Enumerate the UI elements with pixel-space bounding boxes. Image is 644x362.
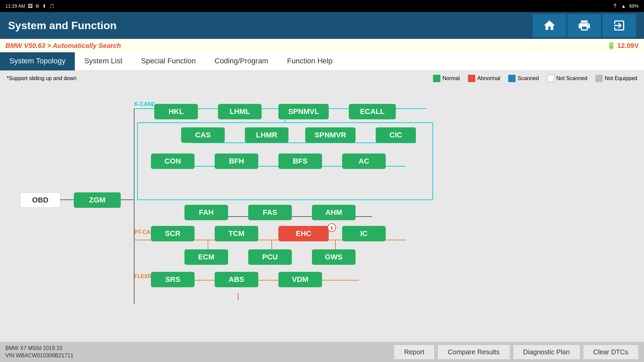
node-ecm[interactable]: ECM (184, 249, 228, 265)
node-ac[interactable]: AC (342, 154, 386, 169)
not-equipped-label: Not Equipped (605, 75, 637, 81)
node-hkl[interactable]: HKL (154, 104, 198, 119)
home-button[interactable] (533, 14, 566, 37)
node-lhmr[interactable]: LHMR (245, 127, 288, 143)
bottom-buttons: Report Compare Results Diagnostic Plan C… (394, 345, 639, 360)
time: 11:29 AM (5, 3, 25, 9)
wifi-icon: ▲ (621, 3, 626, 9)
voltage-value: 12.09V (618, 42, 639, 50)
node-lhml[interactable]: LHML (218, 104, 262, 119)
legend-normal: Normal (433, 75, 460, 82)
location-icon: 📍 (612, 3, 618, 9)
battery: 69% (629, 3, 639, 9)
node-fas[interactable]: FAS (248, 205, 292, 220)
tab-list[interactable]: System List (75, 52, 132, 70)
node-ahm[interactable]: AHM (312, 205, 356, 220)
legend-not-equipped: Not Equipped (595, 75, 637, 82)
not-scanned-label: Not Scanned (556, 75, 588, 81)
node-cas[interactable]: CAS (181, 127, 225, 143)
node-obd[interactable]: OBD (20, 192, 60, 208)
bottom-bar: BMW X7 M50d 2019.10 VIN WBACW010309B2171… (0, 342, 644, 362)
legend-items: Normal Abnormal Scanned Not Scanned Not … (433, 75, 637, 82)
normal-dot (433, 75, 440, 82)
battery-icon: 🔋 (607, 42, 615, 50)
status-left: 11:29 AM 🖼 ⚙ ⬆ 🎵 (5, 3, 55, 9)
settings-icon: ⚙ (35, 3, 40, 9)
header-buttons (533, 14, 636, 37)
node-bfh[interactable]: BFH (215, 154, 258, 169)
device-info: BMW X7 M50d 2019.10 VIN WBACW010309B2171… (5, 345, 73, 360)
node-cic[interactable]: CIC (376, 127, 416, 143)
node-tcm[interactable]: TCM (215, 226, 258, 241)
status-right: 📍 ▲ 69% (612, 3, 639, 9)
tab-topology[interactable]: System Topology (0, 52, 75, 70)
node-con[interactable]: CON (151, 154, 195, 169)
diagnostic-plan-button[interactable]: Diagnostic Plan (513, 345, 580, 360)
normal-label: Normal (442, 75, 460, 81)
clear-dtcs-button[interactable]: Clear DTCs (583, 345, 639, 360)
node-scr[interactable]: SCR (151, 226, 195, 241)
node-ehc[interactable]: EHC (278, 226, 329, 241)
report-button[interactable]: Report (394, 345, 435, 360)
compare-results-button[interactable]: Compare Results (437, 345, 510, 360)
legend-abnormal: Abnormal (468, 75, 500, 82)
breadcrumb-bar: BMW V50.63 > Automatically Search 🔋 12.0… (0, 39, 644, 52)
header-title: System and Function (8, 19, 117, 32)
main-content: K-CAN2 PT-CAN2 FLEXRAY HKL LHML SPNMVL E… (0, 86, 644, 342)
ehc-badge: 1 (327, 223, 336, 232)
header: System and Function (0, 12, 644, 39)
tab-help[interactable]: Function Help (278, 52, 342, 70)
node-ecall[interactable]: ECALL (349, 104, 396, 119)
node-spnmvr[interactable]: SPNMVR (305, 127, 356, 143)
legend-scanned: Scanned (508, 75, 539, 82)
status-bar: 11:29 AM 🖼 ⚙ ⬆ 🎵 📍 ▲ 69% (0, 0, 644, 12)
node-abs[interactable]: ABS (215, 272, 258, 287)
node-srs[interactable]: SRS (151, 272, 195, 287)
node-bfs[interactable]: BFS (278, 154, 322, 169)
node-spnmvl[interactable]: SPNMVL (278, 104, 329, 119)
support-text: *Support sliding up and down (7, 75, 76, 81)
scanned-dot (508, 75, 516, 82)
tab-bar: System Topology System List Special Func… (0, 52, 644, 71)
node-gws[interactable]: GWS (312, 249, 356, 265)
tab-special[interactable]: Special Function (132, 52, 205, 70)
node-vdm[interactable]: VDM (278, 272, 322, 287)
not-scanned-dot (547, 75, 554, 82)
legend-not-scanned: Not Scanned (547, 75, 588, 82)
photo-icon: 🖼 (28, 3, 33, 9)
breadcrumb-text: BMW V50.63 > Automatically Search (5, 42, 121, 50)
tab-coding[interactable]: Coding/Program (205, 52, 278, 70)
topology-diagram: K-CAN2 PT-CAN2 FLEXRAY HKL LHML SPNMVL E… (3, 89, 641, 339)
device-name: BMW X7 M50d 2019.10 (5, 345, 73, 352)
node-ic[interactable]: IC (342, 226, 386, 241)
node-fah[interactable]: FAH (184, 205, 228, 220)
device-vin: VIN WBACW010309B21711 (5, 352, 73, 359)
legend-bar: *Support sliding up and down Normal Abno… (0, 71, 644, 86)
abnormal-label: Abnormal (477, 75, 500, 81)
node-pcu[interactable]: PCU (248, 249, 292, 265)
upload-icon: ⬆ (42, 3, 46, 9)
scanned-label: Scanned (518, 75, 539, 81)
voltage-display: 🔋 12.09V (607, 42, 639, 50)
exit-button[interactable] (602, 14, 636, 37)
node-zgm[interactable]: ZGM (74, 192, 121, 208)
audio-icon: 🎵 (49, 3, 55, 9)
print-button[interactable] (568, 14, 601, 37)
abnormal-dot (468, 75, 475, 82)
not-equipped-dot (595, 75, 603, 82)
kcan2-label: K-CAN2 (134, 101, 154, 107)
